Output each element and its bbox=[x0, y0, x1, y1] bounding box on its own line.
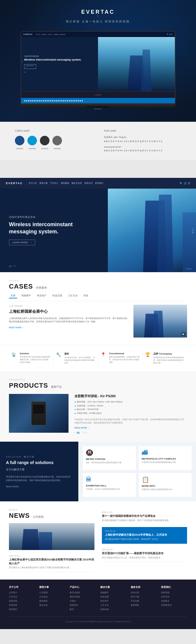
footer-link-mining[interactable]: 工矿企业 bbox=[100, 604, 126, 607]
footer-col-4-title: 解决方案 bbox=[100, 586, 126, 589]
product-desc: PS260是一款专为专业用户设计的全彩数字对讲机，采用2.4英寸全彩TFT显示屏… bbox=[74, 418, 187, 424]
footer-link-about-history[interactable]: 发展历程 bbox=[9, 600, 35, 603]
news-section: NEWS NEWS 公司新闻 2024-10-12 上海虹桥会展中心选定英百通信… bbox=[0, 501, 196, 580]
news-1-title[interactable]: 第十一届中国国际智慧城市技术与产品博览会 bbox=[102, 514, 187, 518]
copyright-text: Copyright © 2024 EVERTAC 英百通信 All Rights… bbox=[65, 621, 131, 623]
nav-link-contact[interactable]: 联系我们 bbox=[95, 182, 103, 185]
mini-hero-content: 无线对讲即时通信系统 Wireless intercominstant mess… bbox=[21, 37, 175, 91]
nav-link-certs[interactable]: 资质证书 bbox=[84, 182, 93, 185]
prev-page-arrow[interactable]: ‹ bbox=[74, 431, 75, 434]
solution-left: SOLUTION 解决方案 A full range of solutions … bbox=[0, 442, 78, 501]
page-current: 01 bbox=[77, 431, 80, 434]
footer-link-service-network[interactable]: 服务网络 bbox=[131, 604, 157, 607]
news-left-title[interactable]: 上海虹桥会展中心选定英百通信2024款全彩数字对讲解决方案 2015年采纳入生产 bbox=[9, 558, 94, 565]
footer-link-dispatch[interactable]: 调度系统 bbox=[70, 604, 96, 607]
product-read-more-btn[interactable]: READ MORE → bbox=[74, 427, 187, 429]
laptop-base bbox=[21, 104, 175, 107]
font2-name: AvantGarde Bk BT bbox=[104, 146, 181, 148]
filter-rail[interactable]: 轨道交通 bbox=[51, 293, 64, 298]
footer-col-3-title: 产品中心 bbox=[70, 586, 96, 589]
footer-link-dealer[interactable]: 经销商查询 bbox=[161, 604, 187, 607]
city-icon: 🏙 bbox=[142, 449, 189, 456]
footer-col-6: 联系我们 销售热线 技术支持 在线留言 经销商查询 bbox=[161, 586, 187, 612]
footer-link-smart-building[interactable]: 智能楼宇 bbox=[100, 591, 126, 594]
language-icon[interactable]: 🌐 bbox=[184, 182, 187, 185]
footer-link-faq[interactable]: 常见问题 bbox=[131, 600, 157, 603]
news-left-date: 2024-10-12 bbox=[9, 555, 94, 557]
footer-link-sales-hotline[interactable]: 销售热线 bbox=[161, 591, 187, 594]
filter-commercial[interactable]: 商业地产 bbox=[35, 293, 48, 298]
nav-link-cases[interactable]: 典型案例 bbox=[61, 182, 69, 185]
color-swatches-row bbox=[15, 136, 92, 145]
arrow-right-icon: → bbox=[29, 241, 32, 244]
nav-link-news[interactable]: 新闻大事 bbox=[39, 182, 48, 185]
footer-link-about-contact[interactable]: 联系我们 bbox=[9, 608, 35, 611]
mini-hero-left: 无线对讲即时通信系统 Wireless intercominstant mess… bbox=[21, 37, 98, 91]
footer-link-news-media[interactable]: 媒体报道 bbox=[39, 600, 65, 603]
footer-link-news-events[interactable]: 展会活动 bbox=[39, 604, 65, 607]
nav-logo: EVERTAC bbox=[6, 182, 23, 185]
brand-sub: ™ bbox=[81, 15, 115, 17]
filter-other[interactable]: 其他 bbox=[82, 293, 90, 298]
news-right: 2024-11-05 第十一届中国国际智慧城市技术与产品博览会 英百通信携最新产… bbox=[102, 509, 187, 572]
footer-link-analog[interactable]: 模拟对讲机 bbox=[70, 595, 96, 598]
hero-page-total: / 03 bbox=[13, 265, 16, 268]
solution-title-cn: 全方位解决方案 bbox=[6, 468, 72, 472]
laptop-bottom-bar: CASES bbox=[21, 91, 175, 98]
case-read-more-btn[interactable]: READ MORE → bbox=[9, 326, 127, 329]
solution-card-city: 🏙 METROPOLIS CITY COMPLEX 大型城市综合体无线通信覆盖整… bbox=[139, 446, 192, 470]
news-3-desc: WS170新款对讲机正式上市，采用全新设计理念，性能全面提升。 bbox=[102, 556, 187, 560]
search-icon[interactable]: 🔍 bbox=[180, 182, 183, 185]
footer-link-about-certs[interactable]: 荣誉资质 bbox=[9, 604, 35, 607]
next-page-arrow[interactable]: › bbox=[86, 431, 87, 434]
footer-link-repeater[interactable]: 中继台 bbox=[70, 600, 96, 603]
site-nav: EVERTAC 关于公司 新闻大事 产品中心 典型案例 服务与支持 资质证书 联… bbox=[0, 178, 196, 189]
mini-nav: EVERTAC 关于公司 新闻大事 产品中心 典型案例 服务与支持 🔍 🌐 ☰ bbox=[21, 32, 175, 37]
colors-label: Colors used bbox=[15, 129, 92, 132]
feature-4-title: 品牌 TrCompany bbox=[153, 352, 185, 355]
footer-link-tech-docs[interactable]: 技术文档 bbox=[131, 591, 157, 594]
solution-next-arrow[interactable]: › bbox=[192, 469, 194, 474]
filter-industrial[interactable]: 工矿企业 bbox=[66, 293, 79, 298]
cases-main-row: 上海 / 商业地产 上海虹桥国家会展中心 上海虹桥国家会展中心是目前全球最大的会… bbox=[9, 305, 187, 338]
footer-col-1: 关于公司 公司简介 公司文化 发展历程 荣誉资质 联系我们 bbox=[9, 586, 35, 612]
mini-hero-en-title: Wireless intercominstant messaging syste… bbox=[24, 58, 95, 62]
thumb-nav-arrow[interactable]: ▶ bbox=[181, 332, 186, 336]
solution-read-more-btn[interactable]: READ MORE → bbox=[6, 486, 72, 488]
footer-link-digital[interactable]: 数字对讲机 bbox=[70, 591, 96, 594]
mini-nav-logo: EVERTAC bbox=[24, 33, 33, 35]
footer-link-accessories[interactable]: 配件 bbox=[70, 608, 96, 611]
footer-link-rail-transit[interactable]: 轨道交通 bbox=[100, 595, 126, 598]
footer-link-government[interactable]: 政府应急 bbox=[100, 608, 126, 611]
menu-icon[interactable]: ☰ bbox=[188, 182, 190, 185]
hero-learn-more-btn[interactable]: LEARN MORE → bbox=[9, 240, 35, 245]
page-total: / bbox=[81, 431, 82, 434]
case-thumbnail: ▶ bbox=[133, 305, 187, 338]
footer-link-commercial-real[interactable]: 商业地产 bbox=[100, 600, 126, 603]
solution-card-3-desc: 大型展馆、会议中心无线通信系统解决方案 bbox=[86, 488, 133, 491]
news-thumbnail bbox=[9, 523, 94, 550]
footer-link-news-industry[interactable]: 行业动态 bbox=[39, 595, 65, 598]
solution-card-1-desc: 地铁、轻轨等轨道交通无线通信系统解决方案 bbox=[86, 461, 133, 464]
laptop-cases-text: ■■■■■■■■■■■■■■■■■■■■■■■■■■■■■■■■ bbox=[24, 100, 83, 102]
filter-smart-building[interactable]: 智能楼宇 bbox=[20, 293, 33, 298]
nav-link-products[interactable]: 产品中心 bbox=[50, 182, 58, 185]
footer-link-downloads[interactable]: 软件下载 bbox=[131, 595, 157, 598]
footer-link-message[interactable]: 在线留言 bbox=[161, 600, 187, 603]
news-3-title[interactable]: 英百通信MTZ功能扩展——新款数字对讲机新品发布 bbox=[102, 551, 187, 555]
font2-alpha: A B C D E F G H I J K L M N O P Q R S T … bbox=[104, 149, 181, 153]
case-title-main: 上海虹桥国家会展中心 bbox=[9, 309, 127, 314]
nav-link-service[interactable]: 服务与支持 bbox=[71, 182, 82, 185]
spacer-1 bbox=[0, 160, 196, 169]
solution-card-3-title: EXHIBITION HALL bbox=[86, 484, 133, 487]
news-2-title[interactable]: 上海虹桥对讲解决方案在2019年评测会上，正式发布 bbox=[105, 533, 184, 537]
footer-link-tech-support[interactable]: 技术支持 bbox=[161, 595, 187, 598]
feature-item-3: 📍 Touchdownat 遍布全国的服务网络，快速响应客户需求，就近提供专业技… bbox=[98, 350, 143, 367]
solution-card-more[interactable]: 📋 MORE INFO 查看更多行业解决方案和典型案例介绍 bbox=[139, 473, 192, 497]
footer-link-about-intro[interactable]: 公司简介 bbox=[9, 591, 35, 594]
filter-all[interactable]: 全部 bbox=[9, 293, 17, 298]
footer-link-about-culture[interactable]: 公司文化 bbox=[9, 595, 35, 598]
nav-link-about[interactable]: 关于公司 bbox=[29, 182, 37, 185]
brand-logo-top: EVERTAC ™ bbox=[81, 9, 115, 17]
footer-link-news-company[interactable]: 公司新闻 bbox=[39, 591, 65, 594]
